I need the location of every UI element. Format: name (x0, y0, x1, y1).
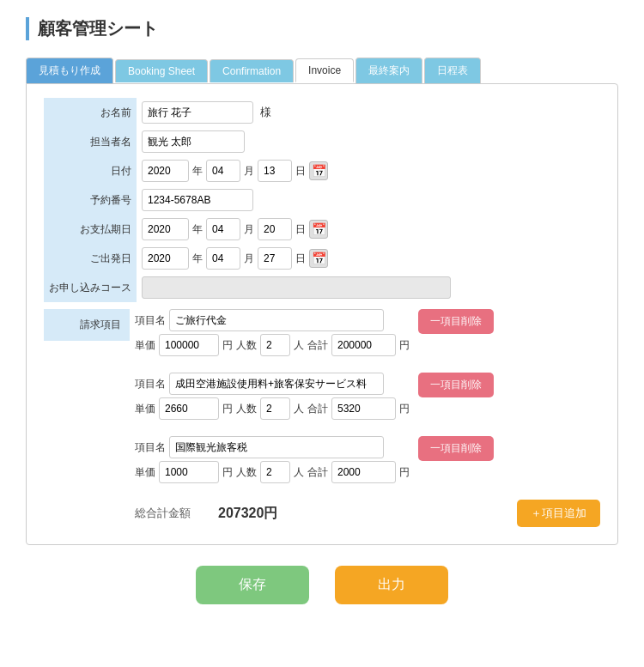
yoyaku-value-cell (137, 185, 600, 215)
billing-item-3-fields: 項目名 単価 円 人数 人 合計 (135, 436, 410, 486)
billing-item-3: 項目名 単価 円 人数 人 合計 (135, 436, 600, 491)
course-label: お申し込みコース (44, 273, 137, 302)
yoyaku-input[interactable] (142, 189, 253, 211)
page-wrapper: 顧客管理シート 見積もり作成 Booking Sheet Confirmatio… (0, 0, 644, 622)
count-input-1[interactable] (260, 334, 290, 356)
price-label-2: 単価 (135, 402, 155, 416)
total-label-3: 合計 (307, 465, 328, 480)
payment-nen: 年 (192, 222, 203, 237)
tab-saishuan[interactable]: 最終案内 (355, 58, 422, 83)
departure-row: ご出発日 年 月 日 📅 (44, 244, 600, 273)
price-unit-1: 円 (222, 338, 233, 353)
departure-day-input[interactable] (258, 247, 292, 270)
billing-item-2-fields: 項目名 単価 円 人数 人 合計 (135, 373, 410, 422)
departure-value-cell: 年 月 日 📅 (137, 244, 600, 273)
billing-item-1-price-row: 単価 円 人数 人 合計 円 (135, 334, 410, 356)
count-unit-3: 人 (294, 465, 304, 480)
item-name-input-2[interactable] (169, 373, 384, 395)
departure-label: ご出発日 (44, 244, 137, 273)
total-add-row: 総合計金額 207320円 ＋項目追加 (135, 500, 600, 527)
date-year-input[interactable] (142, 160, 189, 182)
price-unit-3: 円 (222, 465, 233, 480)
course-row: お申し込みコース (44, 273, 600, 302)
tab-booking[interactable]: Booking Sheet (115, 59, 208, 82)
date-nen: 年 (192, 164, 203, 179)
billing-section: 請求項目 項目名 単価 (44, 309, 600, 527)
delete-button-2[interactable]: 一項目削除 (418, 373, 494, 397)
departure-month-input[interactable] (206, 247, 240, 270)
tab-estimate[interactable]: 見積もり作成 (26, 58, 113, 83)
output-button[interactable]: 出力 (335, 566, 448, 604)
tanto-input[interactable] (142, 130, 245, 153)
billing-item-3-price-row: 単価 円 人数 人 合計 円 (135, 461, 410, 483)
yoyaku-label: 予約番号 (44, 185, 137, 215)
tab-schedule[interactable]: 日程表 (424, 58, 481, 83)
course-input[interactable] (142, 276, 451, 299)
count-input-2[interactable] (260, 397, 290, 420)
yoyaku-row: 予約番号 (44, 185, 600, 215)
total-label-1: 合計 (307, 338, 328, 353)
delete-button-3[interactable]: 一項目削除 (418, 436, 494, 461)
billing-item-1-with-btn: 項目名 単価 円 人数 人 合計 (135, 309, 600, 359)
departure-nichi: 日 (295, 252, 306, 266)
total-input-1[interactable] (331, 334, 396, 356)
billing-item-2: 項目名 単価 円 人数 人 合計 (135, 373, 600, 427)
date-gatsu: 月 (244, 164, 254, 179)
payment-gatsu: 月 (244, 222, 254, 237)
date-nichi: 日 (295, 164, 306, 179)
item-label-1: 項目名 (135, 313, 166, 328)
payment-label: お支払期日 (44, 215, 137, 244)
billing-item-3-name-row: 項目名 (135, 436, 410, 458)
total-input-2[interactable] (331, 397, 396, 420)
departure-year-input[interactable] (142, 247, 189, 270)
count-unit-1: 人 (294, 338, 304, 353)
save-button[interactable]: 保存 (196, 566, 309, 604)
delete-button-1[interactable]: 一項目削除 (418, 309, 494, 334)
count-label-1: 人数 (236, 338, 257, 353)
name-input[interactable] (142, 101, 253, 124)
payment-year-input[interactable] (142, 218, 189, 240)
billing-item-2-name-row: 項目名 (135, 373, 410, 395)
main-form: お名前 様 担当者名 日付 (26, 83, 618, 545)
total-label: 総合計金額 (135, 506, 191, 521)
name-suffix: 様 (260, 106, 271, 118)
price-input-2[interactable] (159, 397, 219, 420)
bottom-buttons: 保存 出力 (26, 566, 618, 604)
tab-invoice[interactable]: Invoice (295, 58, 354, 82)
item-name-input-3[interactable] (169, 436, 384, 458)
departure-nen: 年 (192, 252, 203, 266)
count-label-3: 人数 (236, 465, 257, 480)
billing-item-1-fields: 項目名 単価 円 人数 人 合計 (135, 309, 410, 359)
total-value: 207320円 (218, 505, 277, 523)
date-value-cell: 年 月 日 📅 (137, 156, 600, 185)
count-input-3[interactable] (260, 461, 290, 483)
departure-gatsu: 月 (244, 252, 254, 266)
add-item-button[interactable]: ＋項目追加 (517, 500, 600, 527)
payment-row: お支払期日 年 月 日 📅 (44, 215, 600, 244)
payment-month-input[interactable] (206, 218, 240, 240)
tab-confirmation[interactable]: Confirmation (210, 59, 294, 82)
total-unit-3: 円 (399, 465, 410, 480)
departure-calendar-icon[interactable]: 📅 (309, 249, 328, 268)
date-day-input[interactable] (258, 160, 292, 182)
item-name-input-1[interactable] (169, 309, 384, 331)
item-label-3: 項目名 (135, 440, 166, 455)
total-unit-2: 円 (399, 402, 410, 416)
payment-calendar-icon[interactable]: 📅 (309, 220, 328, 239)
form-table: お名前 様 担当者名 日付 (44, 98, 600, 302)
payment-day-input[interactable] (258, 218, 292, 240)
price-label-3: 単価 (135, 465, 155, 480)
name-label: お名前 (44, 98, 137, 127)
tanto-label: 担当者名 (44, 127, 137, 156)
page-title: 顧客管理シート (26, 17, 618, 40)
course-value-cell (137, 273, 600, 302)
date-calendar-icon[interactable]: 📅 (309, 161, 328, 180)
total-input-3[interactable] (331, 461, 396, 483)
billing-label: 請求項目 (44, 309, 130, 341)
price-input-3[interactable] (159, 461, 219, 483)
price-input-1[interactable] (159, 334, 219, 356)
date-month-input[interactable] (206, 160, 240, 182)
count-unit-2: 人 (294, 402, 304, 416)
billing-item-3-with-btn: 項目名 単価 円 人数 人 合計 (135, 436, 600, 486)
billing-item-2-with-btn: 項目名 単価 円 人数 人 合計 (135, 373, 600, 422)
